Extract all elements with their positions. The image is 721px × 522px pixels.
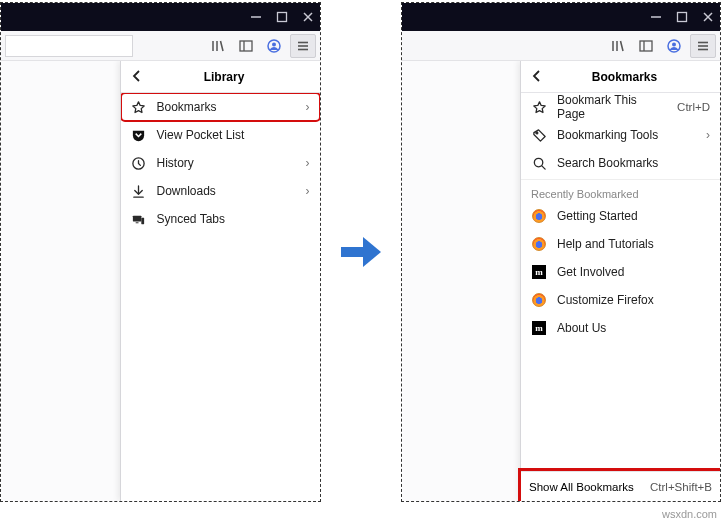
- maximize-button[interactable]: [276, 11, 288, 23]
- bookmark-item[interactable]: Help and Tutorials: [521, 230, 720, 258]
- library-panel: Library Bookmarks›View Pocket ListHistor…: [120, 61, 320, 501]
- svg-rect-1: [277, 13, 286, 22]
- pocket-icon: [131, 128, 147, 143]
- titlebar: [1, 3, 320, 31]
- back-icon[interactable]: [529, 69, 545, 85]
- menu-item-bookmark-this-page[interactable]: Bookmark This PageCtrl+D: [521, 93, 720, 121]
- menu-item-label: Bookmark This Page: [557, 93, 667, 121]
- bookmark-label: Customize Firefox: [557, 293, 710, 307]
- tag-icon: [531, 128, 547, 143]
- titlebar: [402, 3, 721, 31]
- menu-item-bookmarking-tools[interactable]: Bookmarking Tools›: [521, 121, 720, 149]
- bookmark-label: About Us: [557, 321, 710, 335]
- minimize-button[interactable]: [650, 11, 662, 23]
- menu-item-label: Search Bookmarks: [557, 156, 710, 170]
- star-outline-icon: [531, 100, 547, 115]
- panel-header: Library: [121, 61, 320, 93]
- bookmark-label: Get Involved: [557, 265, 710, 279]
- bookmark-label: Help and Tutorials: [557, 237, 710, 251]
- menu-item-label: View Pocket List: [157, 128, 310, 142]
- firefox-favicon: [532, 237, 546, 251]
- menu-item-synced-tabs[interactable]: Synced Tabs: [121, 205, 320, 233]
- library-icon[interactable]: [206, 34, 230, 58]
- svg-rect-26: [640, 41, 652, 51]
- panel-title: Library: [153, 70, 312, 84]
- synced-icon: [131, 212, 147, 227]
- panel-title: Bookmarks: [553, 70, 712, 84]
- maximize-button[interactable]: [676, 11, 688, 23]
- browser-window-left: Library Bookmarks›View Pocket ListHistor…: [0, 2, 321, 502]
- bookmark-item[interactable]: mAbout Us: [521, 314, 720, 342]
- close-button[interactable]: [702, 11, 714, 23]
- sidebar-icon[interactable]: [234, 34, 258, 58]
- arrow-indicator: [341, 2, 381, 502]
- svg-line-6: [220, 41, 223, 51]
- bookmark-item[interactable]: Customize Firefox: [521, 286, 720, 314]
- shortcut-label: Ctrl+D: [677, 101, 710, 113]
- menu-item-label: Synced Tabs: [157, 212, 310, 226]
- menu-item-label: History: [157, 156, 296, 170]
- chevron-right-icon: ›: [306, 100, 310, 114]
- panel-body: Bookmarks›View Pocket ListHistory›Downlo…: [121, 93, 320, 501]
- svg-rect-16: [136, 222, 139, 223]
- svg-rect-7: [240, 41, 252, 51]
- panel-header: Bookmarks: [521, 61, 720, 93]
- footer-label: Show All Bookmarks: [529, 481, 634, 493]
- svg-point-29: [672, 42, 676, 46]
- mozilla-favicon: m: [532, 321, 546, 335]
- chevron-right-icon: ›: [306, 156, 310, 170]
- content-area: Library Bookmarks›View Pocket ListHistor…: [1, 61, 320, 501]
- content-area: Bookmarks Bookmark This PageCtrl+DBookma…: [402, 61, 721, 501]
- search-icon: [531, 156, 547, 171]
- toolbar: [1, 31, 320, 61]
- recently-bookmarked-heading: Recently Bookmarked: [521, 182, 720, 202]
- star-outline-icon: [131, 100, 147, 115]
- menu-item-bookmarks[interactable]: Bookmarks›: [121, 93, 320, 121]
- hamburger-menu-button[interactable]: [690, 34, 716, 58]
- menu-item-downloads[interactable]: Downloads›: [121, 177, 320, 205]
- footer-shortcut: Ctrl+Shift+B: [650, 481, 712, 493]
- svg-point-33: [535, 131, 537, 133]
- url-input[interactable]: [5, 35, 133, 57]
- svg-rect-17: [141, 217, 144, 224]
- download-icon: [131, 184, 147, 199]
- svg-line-35: [541, 165, 544, 168]
- menu-item-label: Bookmarks: [157, 100, 296, 114]
- toolbar: [402, 31, 721, 61]
- hamburger-menu-button[interactable]: [290, 34, 316, 58]
- close-button[interactable]: [302, 11, 314, 23]
- back-icon[interactable]: [129, 69, 145, 85]
- account-icon[interactable]: [662, 34, 686, 58]
- svg-point-10: [272, 42, 276, 46]
- bookmarks-panel: Bookmarks Bookmark This PageCtrl+DBookma…: [520, 61, 720, 501]
- show-all-bookmarks[interactable]: Show All Bookmarks Ctrl+Shift+B: [521, 471, 720, 501]
- chevron-right-icon: ›: [306, 184, 310, 198]
- svg-rect-18: [341, 247, 365, 257]
- bookmark-item[interactable]: Getting Started: [521, 202, 720, 230]
- account-icon[interactable]: [262, 34, 286, 58]
- sidebar-icon[interactable]: [634, 34, 658, 58]
- browser-window-right: Bookmarks Bookmark This PageCtrl+DBookma…: [401, 2, 722, 502]
- minimize-button[interactable]: [250, 11, 262, 23]
- svg-rect-15: [133, 215, 141, 221]
- library-icon[interactable]: [606, 34, 630, 58]
- panel-body: Bookmark This PageCtrl+DBookmarking Tool…: [521, 93, 720, 471]
- bookmark-label: Getting Started: [557, 209, 710, 223]
- menu-item-label: Bookmarking Tools: [557, 128, 696, 142]
- svg-line-25: [621, 41, 624, 51]
- watermark: wsxdn.com: [662, 508, 717, 520]
- menu-item-history[interactable]: History›: [121, 149, 320, 177]
- firefox-favicon: [532, 209, 546, 223]
- menu-item-label: Downloads: [157, 184, 296, 198]
- menu-item-view-pocket-list[interactable]: View Pocket List: [121, 121, 320, 149]
- firefox-favicon: [532, 293, 546, 307]
- menu-item-search-bookmarks[interactable]: Search Bookmarks: [521, 149, 720, 177]
- mozilla-favicon: m: [532, 265, 546, 279]
- chevron-right-icon: ›: [706, 128, 710, 142]
- clock-icon: [131, 156, 147, 171]
- bookmark-item[interactable]: mGet Involved: [521, 258, 720, 286]
- svg-rect-20: [678, 13, 687, 22]
